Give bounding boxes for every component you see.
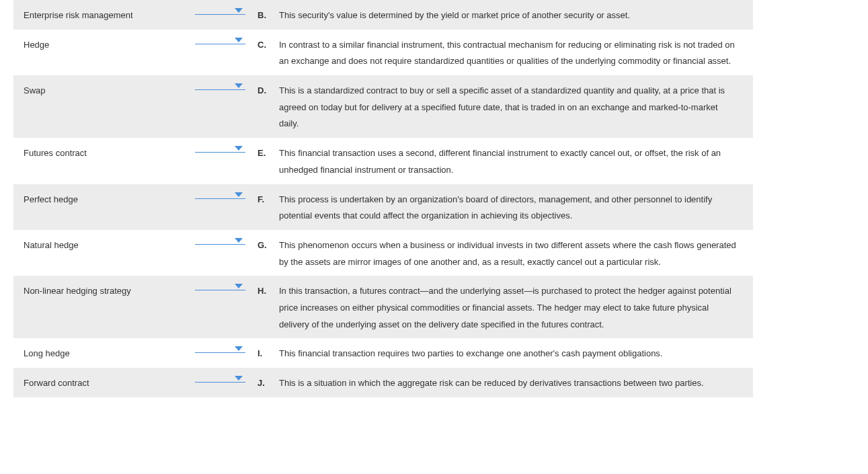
chevron-down-icon <box>235 38 243 42</box>
chevron-down-icon <box>235 346 243 351</box>
chevron-down-icon <box>235 146 243 151</box>
dropdown-cell <box>185 81 245 90</box>
definition-text: This security's value is determined by t… <box>279 5 746 24</box>
answer-dropdown[interactable] <box>195 81 245 90</box>
chevron-down-icon <box>235 238 243 243</box>
match-row: Enterprise risk managementB.This securit… <box>13 0 753 30</box>
definition-letter: I. <box>245 344 279 362</box>
term-label: Natural hedge <box>24 235 185 254</box>
term-label: Long hedge <box>24 344 185 362</box>
answer-dropdown[interactable] <box>195 373 245 383</box>
chevron-down-icon <box>235 376 243 381</box>
term-label: Hedge <box>24 35 185 54</box>
definition-text: This is a situation in which the aggrega… <box>279 373 746 392</box>
chevron-down-icon <box>235 83 243 88</box>
definition-letter: F. <box>245 190 279 208</box>
definition-text: This phenomenon occurs when a business o… <box>279 235 746 270</box>
matching-table: Enterprise risk managementB.This securit… <box>13 0 753 397</box>
match-row: HedgeC.In contrast to a similar financia… <box>13 30 753 75</box>
match-row: SwapD.This is a standardized contract to… <box>13 75 753 138</box>
term-label: Non-linear hedging strategy <box>24 281 185 300</box>
answer-dropdown[interactable] <box>195 235 245 245</box>
definition-text: This financial transaction requires two … <box>279 344 746 362</box>
dropdown-cell <box>185 190 245 199</box>
definition-letter: B. <box>245 5 279 24</box>
match-row: Perfect hedgeF.This process is undertake… <box>13 184 753 230</box>
definition-text: This is a standardized contract to buy o… <box>279 81 746 132</box>
answer-dropdown[interactable] <box>195 190 245 199</box>
answer-dropdown[interactable] <box>195 344 245 353</box>
dropdown-cell <box>185 5 245 15</box>
answer-dropdown[interactable] <box>195 281 245 290</box>
match-row: Natural hedgeG.This phenomenon occurs wh… <box>13 230 753 276</box>
definition-text: This financial transaction uses a second… <box>279 143 746 178</box>
definition-letter: J. <box>245 373 279 392</box>
chevron-down-icon <box>235 192 243 197</box>
definition-letter: D. <box>245 81 279 100</box>
dropdown-cell <box>185 143 245 153</box>
term-label: Forward contract <box>24 373 185 392</box>
dropdown-cell <box>185 35 245 44</box>
definition-letter: G. <box>245 235 279 254</box>
chevron-down-icon <box>235 8 243 13</box>
match-row: Long hedgeI.This financial transaction r… <box>13 338 753 368</box>
definition-text: This process is undertaken by an organiz… <box>279 190 746 225</box>
dropdown-cell <box>185 281 245 290</box>
dropdown-cell <box>185 344 245 353</box>
definition-text: In contrast to a similar financial instr… <box>279 35 746 70</box>
term-label: Futures contract <box>24 143 185 162</box>
dropdown-cell <box>185 373 245 383</box>
chevron-down-icon <box>235 284 243 288</box>
term-label: Enterprise risk management <box>24 5 185 24</box>
dropdown-cell <box>185 235 245 245</box>
answer-dropdown[interactable] <box>195 35 245 44</box>
definition-text: In this transaction, a futures contract—… <box>279 281 746 333</box>
term-label: Swap <box>24 81 185 100</box>
match-row: Non-linear hedging strategyH.In this tra… <box>13 276 753 338</box>
answer-dropdown[interactable] <box>195 5 245 15</box>
definition-letter: E. <box>245 143 279 162</box>
definition-letter: H. <box>245 281 279 300</box>
match-row: Futures contractE.This financial transac… <box>13 138 753 184</box>
match-row: Forward contractJ.This is a situation in… <box>13 368 753 397</box>
term-label: Perfect hedge <box>24 190 185 208</box>
definition-letter: C. <box>245 35 279 54</box>
answer-dropdown[interactable] <box>195 143 245 153</box>
